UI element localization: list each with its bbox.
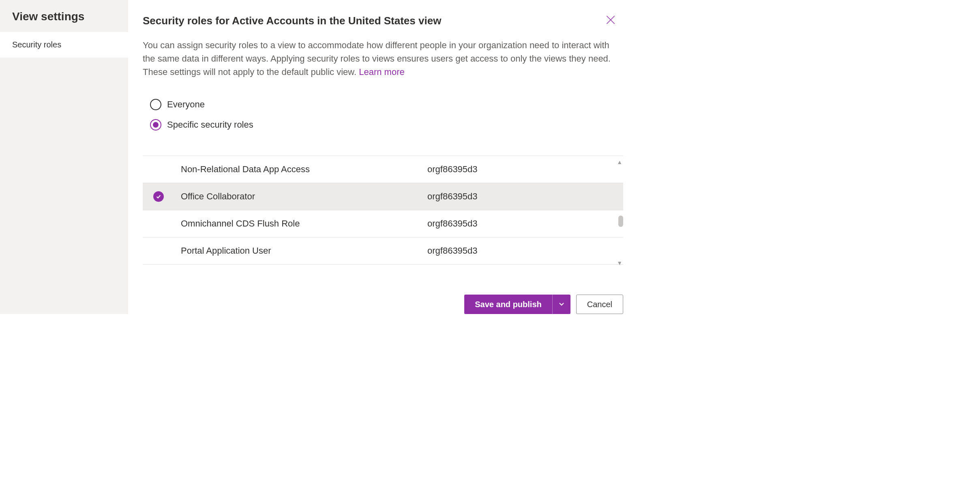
- save-publish-split-button: Save and publish: [464, 295, 570, 314]
- close-icon: [605, 20, 616, 26]
- description-text: You can assign security roles to a view …: [128, 29, 630, 79]
- role-name: Omnichannel CDS Flush Role: [168, 218, 427, 229]
- role-row[interactable]: Non-Relational Data App Access orgf86395…: [143, 156, 623, 183]
- sidebar-title: View settings: [0, 0, 128, 32]
- role-row[interactable]: Office Collaborator orgf86395d3: [143, 183, 623, 210]
- scroll-up-icon[interactable]: ▲: [617, 159, 622, 165]
- role-org: orgf86395d3: [427, 164, 478, 175]
- role-name: Office Collaborator: [168, 191, 427, 202]
- role-name: Portal Application User: [168, 246, 427, 256]
- radio-dot-icon: [153, 122, 159, 128]
- radio-specific-roles[interactable]: Specific security roles: [150, 119, 616, 130]
- checkmark-icon: [153, 191, 164, 202]
- roles-list: Non-Relational Data App Access orgf86395…: [143, 156, 623, 265]
- footer: Save and publish Cancel: [128, 282, 630, 314]
- radio-label: Specific security roles: [167, 120, 253, 130]
- save-publish-dropdown-button[interactable]: [552, 295, 570, 314]
- save-and-publish-button[interactable]: Save and publish: [464, 295, 552, 314]
- role-org: orgf86395d3: [427, 191, 478, 202]
- header-row: Security roles for Active Accounts in th…: [128, 0, 630, 29]
- role-org: orgf86395d3: [427, 246, 478, 256]
- main-content: Security roles for Active Accounts in th…: [128, 0, 630, 314]
- scrollbar-thumb[interactable]: [618, 216, 623, 227]
- role-row[interactable]: Omnichannel CDS Flush Role orgf86395d3: [143, 210, 623, 237]
- radio-everyone[interactable]: Everyone: [150, 99, 616, 110]
- view-settings-panel: View settings Security roles Security ro…: [0, 0, 630, 314]
- role-org: orgf86395d3: [427, 218, 478, 229]
- learn-more-link[interactable]: Learn more: [359, 67, 405, 77]
- cancel-button[interactable]: Cancel: [576, 295, 623, 314]
- sidebar-item-security-roles[interactable]: Security roles: [0, 32, 128, 58]
- page-title: Security roles for Active Accounts in th…: [143, 15, 603, 27]
- radio-label: Everyone: [167, 99, 205, 110]
- radio-icon: [150, 99, 161, 110]
- sidebar: View settings Security roles: [0, 0, 128, 314]
- role-name: Non-Relational Data App Access: [168, 164, 427, 175]
- sidebar-item-label: Security roles: [12, 40, 61, 49]
- radio-icon: [150, 119, 161, 130]
- scroll-down-icon[interactable]: ▼: [617, 260, 622, 266]
- chevron-down-icon: [558, 301, 565, 308]
- scope-radio-group: Everyone Specific security roles: [128, 79, 630, 152]
- role-row[interactable]: Portal Application User orgf86395d3: [143, 237, 623, 264]
- close-button[interactable]: [603, 12, 618, 29]
